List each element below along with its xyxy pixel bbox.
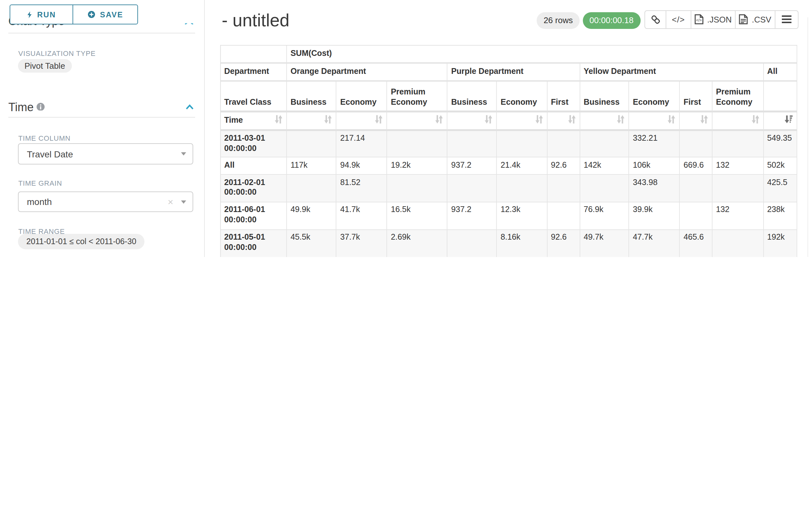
- svg-text:</>: </>: [696, 18, 701, 23]
